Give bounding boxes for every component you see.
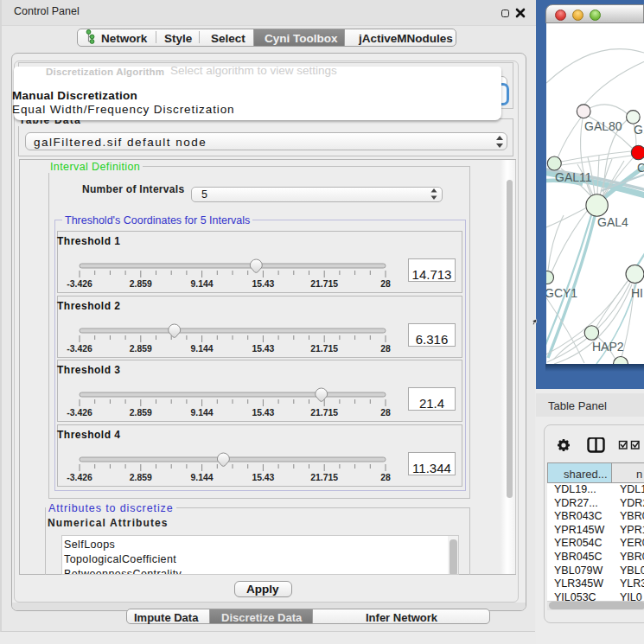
svg-text:2.859: 2.859 — [130, 279, 152, 289]
svg-text:28: 28 — [380, 408, 391, 418]
svg-text:9.144: 9.144 — [191, 279, 214, 289]
svg-text:21.715: 21.715 — [310, 408, 338, 418]
svg-text:-3.426: -3.426 — [67, 279, 92, 289]
svg-text:-3.426: -3.426 — [67, 408, 92, 418]
svg-text:15.43: 15.43 — [252, 408, 274, 418]
svg-text:2.859: 2.859 — [130, 344, 152, 354]
svg-text:C: C — [637, 161, 644, 175]
svg-text:28: 28 — [380, 344, 391, 354]
svg-text:21.715: 21.715 — [310, 473, 338, 482]
svg-text:9.144: 9.144 — [191, 473, 214, 482]
svg-text:GAL11: GAL11 — [555, 170, 592, 184]
svg-text:9.144: 9.144 — [191, 408, 214, 418]
svg-text:15.43: 15.43 — [252, 344, 274, 354]
svg-text:9.144: 9.144 — [191, 344, 214, 354]
svg-text:-3.426: -3.426 — [67, 344, 92, 354]
svg-text:2.859: 2.859 — [130, 473, 152, 482]
svg-text:-3.426: -3.426 — [67, 473, 92, 482]
svg-text:15.43: 15.43 — [252, 473, 274, 482]
svg-text:21.715: 21.715 — [310, 279, 338, 289]
svg-text:GAL4: GAL4 — [597, 215, 628, 229]
svg-text:28: 28 — [380, 473, 391, 482]
svg-text:HI: HI — [631, 286, 643, 300]
svg-text:GAL80: GAL80 — [584, 119, 622, 133]
svg-text:28: 28 — [380, 279, 391, 289]
svg-text:HAP2: HAP2 — [592, 340, 624, 354]
svg-text:G.: G. — [634, 123, 644, 137]
svg-text:GCY1: GCY1 — [546, 286, 577, 300]
svg-text:2.859: 2.859 — [130, 408, 152, 418]
svg-text:21.715: 21.715 — [310, 344, 338, 354]
svg-text:15.43: 15.43 — [252, 279, 274, 289]
